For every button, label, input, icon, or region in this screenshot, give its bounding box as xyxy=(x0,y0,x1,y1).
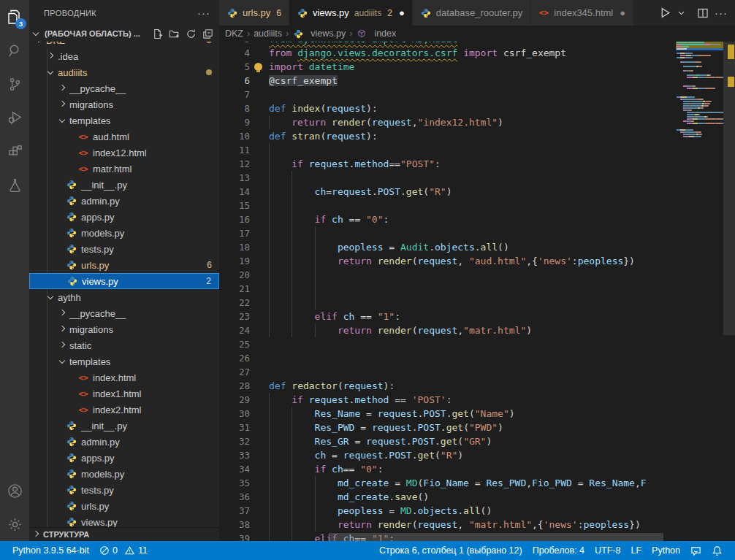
line-number[interactable]: 30 xyxy=(219,407,250,421)
minimap[interactable] xyxy=(676,42,723,541)
line-number[interactable]: 13 xyxy=(219,171,250,185)
notifications-bell-icon[interactable] xyxy=(707,541,728,560)
tree-item-index12.html[interactable]: <>index12.html xyxy=(29,145,219,161)
code-line-22[interactable]: 22 xyxy=(219,296,676,310)
tree-item-audiiits[interactable]: audiiits xyxy=(29,64,219,80)
code-line-7[interactable]: 7 xyxy=(219,88,676,101)
outline-section-header[interactable]: СТРУКТУРА xyxy=(29,527,219,541)
code-area[interactable]: 3from aythh.models import MD,Audit4from … xyxy=(219,42,676,541)
line-number[interactable]: 21 xyxy=(219,282,250,296)
code-line-14[interactable]: 14ch=request.POST.get("R") xyxy=(219,185,676,199)
lightbulb-icon[interactable] xyxy=(254,63,262,71)
line-number[interactable]: 5 xyxy=(219,60,250,74)
tree-item-__pycache__[interactable]: __pycache__ xyxy=(29,305,219,321)
tree-item-models.py[interactable]: models.py xyxy=(29,466,219,482)
line-number[interactable]: 18 xyxy=(219,240,250,254)
code-line-34[interactable]: 34if ch== "0": xyxy=(219,462,676,476)
breadcrumb-item-viewspy[interactable]: views.py xyxy=(292,28,346,39)
line-number[interactable]: 8 xyxy=(219,101,250,115)
code-line-35[interactable]: 35md_create = MD(Fio_Name = Res_PWD,Fio_… xyxy=(219,476,676,490)
breadcrumb-item-index-symbol[interactable]: index xyxy=(356,28,396,39)
line-number[interactable]: 11 xyxy=(219,143,250,157)
line-number[interactable]: 35 xyxy=(219,476,250,490)
code-line-24[interactable]: 24return render(request,"matr.html") xyxy=(219,323,676,337)
code-line-23[interactable]: 23elif ch == "1": xyxy=(219,310,676,323)
more-actions-button[interactable]: ··· xyxy=(713,5,729,20)
tree-item-__init__.py[interactable]: __init__.py xyxy=(29,418,219,434)
tree-item-index1.html[interactable]: <>index1.html xyxy=(29,386,219,402)
vertical-scrollbar[interactable] xyxy=(723,42,735,541)
line-number[interactable]: 6 xyxy=(219,74,250,88)
line-number[interactable]: 10 xyxy=(219,129,250,143)
tab-views.py[interactable]: views.pyaudiiits2● xyxy=(289,0,413,26)
code-line-13[interactable]: 13 xyxy=(219,171,676,185)
code-line-11[interactable]: 11 xyxy=(219,143,676,157)
line-number[interactable]: 39 xyxy=(219,532,250,541)
line-number[interactable]: 31 xyxy=(219,421,250,434)
workspace-section-header[interactable]: (РАБОЧАЯ ОБЛАСТЬ) ... xyxy=(29,26,219,42)
code-line-12[interactable]: 12if request.method=="POST": xyxy=(219,157,676,171)
line-number[interactable]: 38 xyxy=(219,518,250,532)
run-debug-icon[interactable] xyxy=(0,101,29,134)
tree-item-views.py[interactable]: views.py2 xyxy=(29,273,219,289)
tree-item-urls.py[interactable]: urls.py xyxy=(29,498,219,514)
code-line-30[interactable]: 30Res_Name = request.POST.get("Name") xyxy=(219,407,676,421)
tree-item-__pycache__[interactable]: __pycache__ xyxy=(29,80,219,96)
code-line-37[interactable]: 37peopless = MD.objects.all() xyxy=(219,504,676,518)
line-number[interactable]: 26 xyxy=(219,351,250,365)
line-number[interactable]: 19 xyxy=(219,254,250,268)
tree-item-migrations[interactable]: migrations xyxy=(29,321,219,337)
code-line-21[interactable]: 21 xyxy=(219,282,676,296)
encoding-status[interactable]: UTF-8 xyxy=(590,541,625,560)
code-line-15[interactable]: 15 xyxy=(219,199,676,212)
line-number[interactable]: 29 xyxy=(219,393,250,407)
horizontal-scrollbar[interactable] xyxy=(329,533,663,541)
new-folder-button[interactable] xyxy=(169,28,180,39)
code-line-8[interactable]: 8def index(request): xyxy=(219,101,676,115)
code-line-20[interactable]: 20 xyxy=(219,268,676,282)
tree-item-matr.html[interactable]: <>matr.html xyxy=(29,161,219,177)
tree-item-migrations[interactable]: migrations xyxy=(29,96,219,112)
tab-urls.py[interactable]: urls.py6 xyxy=(219,0,289,26)
run-dropdown-chevron-icon[interactable] xyxy=(676,7,687,18)
tree-item-tests.py[interactable]: tests.py xyxy=(29,241,219,257)
line-number[interactable]: 9 xyxy=(219,115,250,129)
code-line-10[interactable]: 10def stran(request): xyxy=(219,129,676,143)
tree-item-tests.py[interactable]: tests.py xyxy=(29,482,219,498)
refresh-button[interactable] xyxy=(186,28,197,39)
code-line-32[interactable]: 32Res_GR = request.POST.get("GR") xyxy=(219,434,676,448)
python-interpreter-status[interactable]: Python 3.9.5 64-bit xyxy=(7,541,94,560)
code-line-26[interactable]: 26 xyxy=(219,351,676,365)
code-line-28[interactable]: 28def redactor(request): xyxy=(219,379,676,393)
extensions-icon[interactable] xyxy=(0,134,29,168)
tree-item-apps.py[interactable]: apps.py xyxy=(29,209,219,225)
search-icon[interactable] xyxy=(0,34,29,67)
code-line-27[interactable]: 27 xyxy=(219,365,676,379)
code-line-18[interactable]: 18peopless = Audit.objects.all() xyxy=(219,240,676,254)
dirty-dot-icon[interactable]: ● xyxy=(620,7,625,18)
code-line-5[interactable]: 5import datetime xyxy=(219,60,676,74)
cursor-position-status[interactable]: Строка 6, столбец 1 (выбрано 12) xyxy=(374,541,528,560)
tree-item-apps.py[interactable]: apps.py xyxy=(29,450,219,466)
tree-item-templates[interactable]: templates xyxy=(29,112,219,129)
feedback-icon[interactable] xyxy=(685,541,707,560)
tree-item-__init__.py[interactable]: __init__.py xyxy=(29,177,219,193)
run-python-file-button[interactable] xyxy=(658,5,673,20)
line-number[interactable]: 34 xyxy=(219,462,250,476)
tree-item-aythh[interactable]: aythh xyxy=(29,289,219,305)
code-line-16[interactable]: 16if ch == "0": xyxy=(219,212,676,226)
code-line-38[interactable]: 38return render(request, "matr.html",{'n… xyxy=(219,518,676,532)
language-mode-status[interactable]: Python xyxy=(647,541,685,560)
line-number[interactable]: 25 xyxy=(219,337,250,351)
settings-gear-icon[interactable] xyxy=(0,507,29,541)
code-line-19[interactable]: 19return render(request, "aud.html",{'ne… xyxy=(219,254,676,268)
tree-item-.idea[interactable]: .idea xyxy=(29,48,219,64)
line-number[interactable]: 14 xyxy=(219,185,250,199)
breadcrumb-item-audiiits[interactable]: audiiits xyxy=(254,28,282,39)
line-number[interactable]: 23 xyxy=(219,310,250,323)
tree-item-index2.html[interactable]: <>index2.html xyxy=(29,402,219,418)
tree-item-static[interactable]: static xyxy=(29,337,219,353)
line-number[interactable]: 28 xyxy=(219,379,250,393)
indentation-status[interactable]: Пробелов: 4 xyxy=(528,541,590,560)
collapse-folders-button[interactable] xyxy=(202,28,213,39)
